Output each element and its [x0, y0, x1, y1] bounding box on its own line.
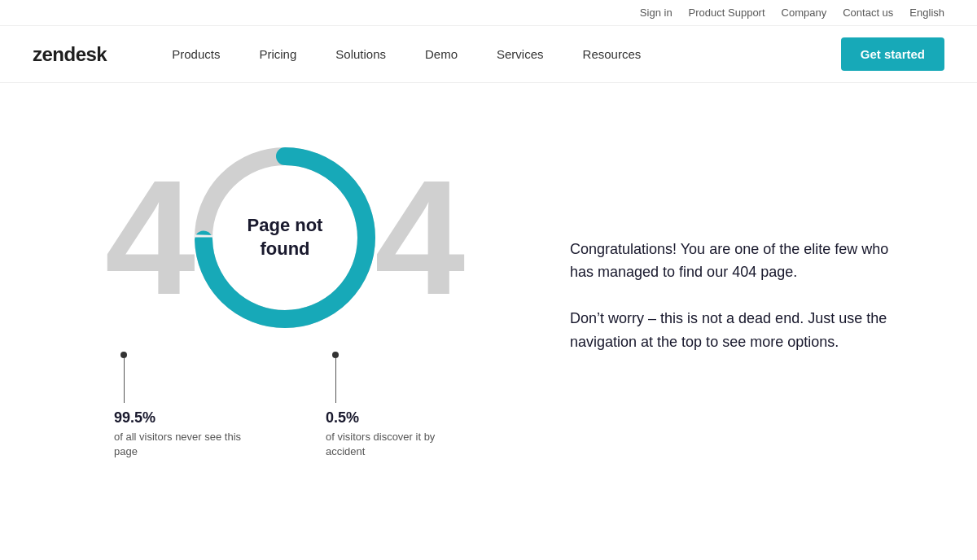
nav-demo[interactable]: Demo [409, 41, 474, 68]
nav-services[interactable]: Services [480, 41, 560, 68]
error-message: Congratulations! You are one of the elit… [505, 238, 912, 354]
nav-products[interactable]: Products [156, 41, 236, 68]
logo[interactable]: zendesk [33, 43, 107, 66]
stats-row: 99.5% of all visitors never see this pag… [114, 352, 456, 459]
donut-chart: Page not found [179, 132, 391, 343]
stat1-line [124, 358, 125, 403]
get-started-button[interactable]: Get started [841, 37, 944, 71]
stat2-dot [332, 352, 339, 358]
company-link[interactable]: Company [782, 7, 827, 19]
stat1-percent: 99.5% [114, 409, 156, 427]
stat1-desc: of all visitors never see this page [114, 430, 244, 459]
main-content: 4 Page not found 4 [0, 83, 977, 508]
contact-us-link[interactable]: Contact us [843, 7, 893, 19]
stat2-desc: of visitors discover it by accident [326, 430, 456, 459]
stat-1: 99.5% of all visitors never see this pag… [114, 352, 244, 459]
nav-links: Products Pricing Solutions Demo Services… [156, 41, 841, 68]
main-nav: zendesk Products Pricing Solutions Demo … [0, 26, 977, 83]
message-paragraph-2: Don’t worry – this is not a dead end. Ju… [570, 307, 912, 354]
nav-pricing[interactable]: Pricing [243, 41, 313, 68]
stat2-line [335, 358, 336, 403]
product-support-link[interactable]: Product Support [689, 7, 765, 19]
language-link[interactable]: English [909, 7, 944, 19]
signin-link[interactable]: Sign in [640, 7, 673, 19]
nav-resources[interactable]: Resources [567, 41, 658, 68]
stat1-dot [120, 352, 127, 358]
stat2-percent: 0.5% [326, 409, 359, 427]
top-bar: Sign in Product Support Company Contact … [0, 0, 977, 26]
stat-2: 0.5% of visitors discover it by accident [326, 352, 456, 459]
message-paragraph-1: Congratulations! You are one of the elit… [570, 238, 912, 285]
nav-solutions[interactable]: Solutions [319, 41, 402, 68]
